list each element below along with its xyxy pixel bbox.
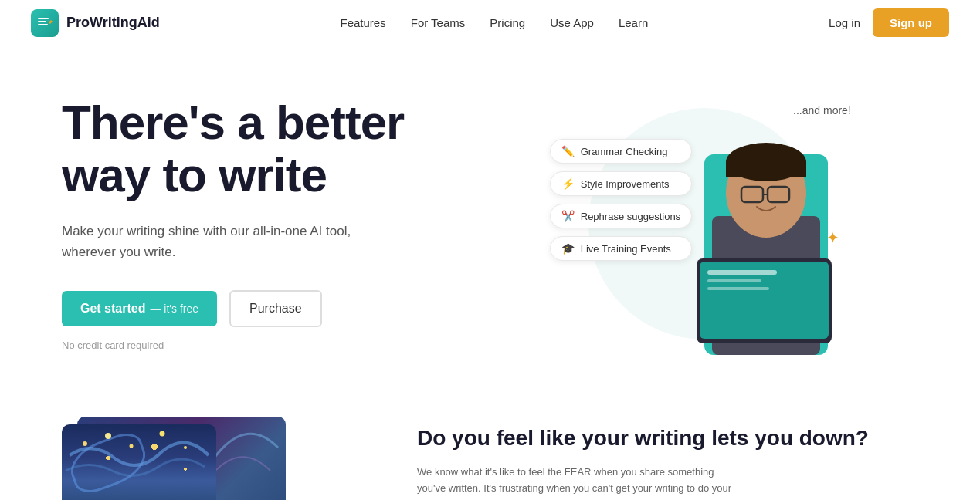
person-illustration: ✦ (643, 108, 859, 355)
svg-rect-15 (707, 287, 769, 290)
painting-front: My idea in my head (62, 424, 216, 500)
svg-rect-1 (38, 21, 46, 22)
svg-point-20 (160, 431, 165, 437)
svg-point-17 (83, 441, 87, 446)
hero-illustration: ...and more! ✏️ Grammar Checking ⚡ Style… (490, 85, 919, 363)
style-icon: ⚡ (561, 177, 575, 190)
signup-button[interactable]: Sign up (873, 8, 949, 37)
svg-rect-2 (38, 24, 48, 25)
logo-icon (31, 9, 59, 37)
hero-headline: There's a better way to write (62, 96, 490, 201)
get-started-button[interactable]: Get started — it's free (62, 291, 217, 326)
svg-point-18 (105, 433, 111, 439)
rephrase-icon: ✂️ (561, 210, 575, 222)
no-credit-card-text: No credit card required (62, 340, 490, 351)
login-button[interactable]: Log in (829, 16, 860, 29)
hero-content: There's a better way to write Make your … (62, 96, 490, 351)
nav-learn[interactable]: Learn (619, 16, 648, 29)
logo[interactable]: ProWritingAid (31, 9, 160, 37)
nav-pricing[interactable]: Pricing (490, 16, 525, 29)
svg-point-21 (184, 446, 187, 449)
grammar-icon: ✏️ (561, 145, 575, 157)
painting-section: My idea in my head (62, 409, 355, 500)
svg-rect-13 (707, 270, 777, 275)
svg-text:✦: ✦ (826, 229, 839, 246)
bottom-heading: Do you feel like your writing lets you d… (417, 424, 918, 452)
svg-rect-0 (38, 18, 49, 19)
nav-use-app[interactable]: Use App (550, 16, 594, 29)
nav-for-teams[interactable]: For Teams (411, 16, 466, 29)
bottom-text: Do you feel like your writing lets you d… (417, 409, 918, 500)
training-icon: 🎓 (561, 242, 575, 255)
hero-subtext: Make your writing shine with our all-in-… (62, 221, 386, 262)
svg-rect-7 (726, 162, 806, 177)
nav-features[interactable]: Features (341, 16, 386, 29)
svg-rect-14 (707, 279, 761, 282)
bottom-body: We know what it's like to feel the FEAR … (417, 465, 741, 500)
hero-cta: Get started — it's free Purchase (62, 290, 490, 327)
logo-text: ProWritingAid (66, 15, 160, 31)
painting-stack: My idea in my head (62, 409, 324, 500)
svg-point-19 (130, 444, 134, 448)
purchase-button[interactable]: Purchase (229, 290, 322, 327)
